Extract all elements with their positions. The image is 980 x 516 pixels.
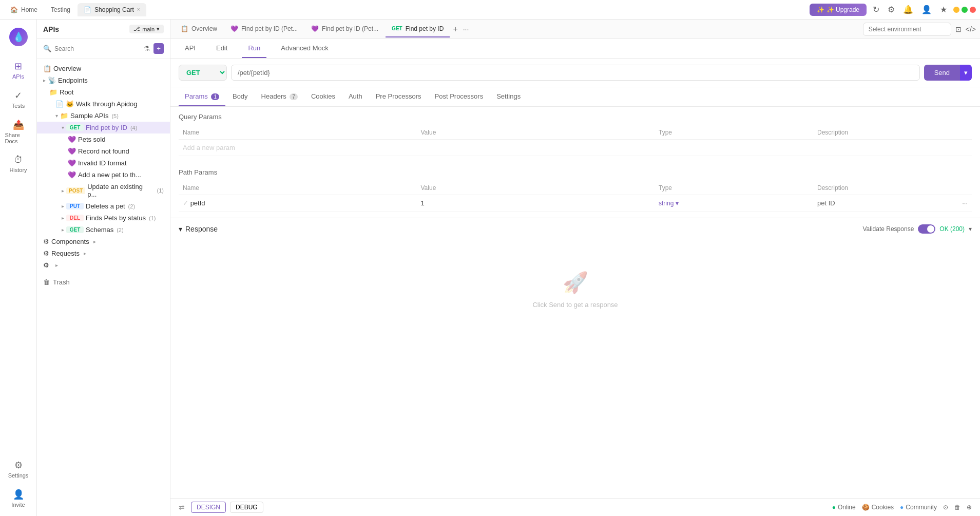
notifications-button[interactable]: 🔔 [901, 3, 915, 16]
cookies-icon: 🍪 [862, 504, 870, 511]
tree-item-sample-apis[interactable]: ▾ 📁 Sample APIs (5) [37, 110, 170, 122]
tree-item-find-pet[interactable]: ▾ GET Find pet by ID (4) [37, 122, 170, 133]
sidebar-item-settings[interactable]: ⚙ Settings [3, 455, 34, 483]
walk-label: Walk through Apidog [76, 100, 137, 108]
send-dropdown-button[interactable]: ▾ [960, 65, 972, 81]
row-more-btn[interactable]: ··· [962, 199, 968, 207]
minimize-button[interactable] [953, 7, 959, 13]
api-tab-run[interactable]: Run [242, 39, 266, 58]
tab-testing[interactable]: Testing [45, 3, 76, 16]
path-param-value-cell[interactable]: 1 [417, 195, 655, 212]
content-tab-find-pet-2[interactable]: 💜 Find pet by ID (Pet... [305, 21, 385, 37]
sidebar-item-history[interactable]: ⏱ History [3, 150, 34, 177]
tree-item-delete-pet[interactable]: ▸ DEL Finds Pets by status (1) [37, 212, 170, 224]
response-actions: Validate Response OK (200) ▾ [862, 224, 972, 234]
upgrade-button[interactable]: ✨ ✨ Upgrade [810, 4, 867, 16]
tab-auth[interactable]: Auth [342, 87, 369, 106]
find-pet-2-label: Find pet by ID (Pet... [322, 25, 378, 32]
design-button[interactable]: DESIGN [191, 502, 226, 513]
tree-item-requests[interactable]: ⚙ ▸ [37, 259, 170, 271]
method-select[interactable]: GET POST PUT DELETE [179, 65, 227, 81]
cookies-label: Cookies [872, 504, 894, 511]
update-pet-method: PUT [66, 203, 84, 209]
tab-pre-processors[interactable]: Pre Processors [370, 87, 428, 106]
tree-item-pets-on-sale[interactable]: 💜 Pets sold [37, 133, 170, 145]
branch-selector[interactable]: ⎇ main ▾ [129, 25, 164, 33]
trash-item[interactable]: 🗑 Trash [37, 275, 170, 289]
home-icon: 🏠 [10, 6, 18, 13]
content-tab-find-pet-1[interactable]: 💜 Find pet by ID (Pet... [224, 21, 304, 37]
more-tabs-button[interactable]: ··· [461, 25, 471, 33]
tab-post-processors[interactable]: Post Processors [429, 87, 490, 106]
tab-close-btn[interactable]: × [137, 7, 140, 12]
code-toggle-button[interactable]: </> [966, 25, 976, 33]
sidebar-item-invite[interactable]: 👤 Invite [3, 485, 34, 512]
tree-item-root[interactable]: 📁 Root [37, 86, 170, 98]
add-param-placeholder[interactable]: Add a new param [179, 140, 972, 156]
validate-toggle[interactable] [918, 224, 935, 234]
sidebar-item-tests[interactable]: ✓ Tests [3, 86, 34, 113]
close-button[interactable] [970, 7, 976, 13]
tab-home[interactable]: 🏠 Home [4, 3, 44, 16]
invite-icon: 👤 [13, 489, 24, 500]
content-tab-find-pet-active[interactable]: GET Find pet by ID [386, 21, 450, 37]
tree-item-record-not-found[interactable]: 💜 Invalid ID format [37, 157, 170, 169]
endpoints-icon: 📡 [48, 77, 56, 84]
avatar-button[interactable]: 👤 [919, 3, 934, 16]
tree-area: 📋 Overview ▸ 📡 Endpoints 📁 Root 📄 � [37, 59, 170, 516]
star-button[interactable]: ★ [938, 3, 949, 16]
tree-item-add-pet[interactable]: ▸ POST Update an existing p... (1) [37, 181, 170, 200]
tab-settings[interactable]: Settings [490, 87, 527, 106]
path-params-title: Path Params [179, 168, 972, 176]
param-petid-type[interactable]: string ▾ [659, 200, 809, 207]
tree-item-walk-through[interactable]: 📄 🐱 Walk through Apidog [37, 98, 170, 110]
api-tab-advanced-mock[interactable]: Advanced Mock [275, 39, 335, 58]
tab-headers[interactable]: Headers 7 [255, 87, 304, 106]
send-button[interactable]: Send [924, 65, 960, 81]
tab-cookies[interactable]: Cookies [305, 87, 341, 106]
tree-item-pets-sold[interactable]: 💜 Record not found [37, 145, 170, 157]
delete-pet-count: (1) [149, 215, 156, 221]
maximize-button[interactable] [962, 7, 968, 13]
api-tab-edit[interactable]: Edit [210, 39, 234, 58]
env-select-input[interactable] [863, 23, 951, 36]
url-input[interactable] [231, 65, 920, 81]
tree-item-update-pet[interactable]: ▸ PUT Deletes a pet (2) [37, 200, 170, 212]
cookies-status[interactable]: 🍪 Cookies [862, 504, 894, 511]
bottom-icon-3[interactable]: ⊕ [967, 504, 972, 511]
content-tab-overview[interactable]: 📋 Overview [175, 21, 223, 37]
add-button[interactable]: + [153, 43, 164, 54]
tab-body[interactable]: Body [226, 87, 254, 106]
api-tab-api[interactable]: API [179, 39, 202, 58]
tree-item-overview[interactable]: 📋 Overview [37, 63, 170, 74]
walk-doc-icon: 📄 [55, 100, 64, 108]
response-title[interactable]: ▾ Response [179, 225, 218, 233]
headers-badge: 7 [290, 93, 298, 100]
debug-button[interactable]: DEBUG [230, 502, 263, 513]
pets-sold-icon: 💜 [68, 147, 76, 155]
tree-item-components[interactable]: ⚙ Requests ▸ [37, 247, 170, 259]
tab-params[interactable]: Params 1 [179, 87, 225, 106]
tree-item-finds-pets[interactable]: ▸ GET Schemas (2) [37, 224, 170, 236]
layout-toggle-button[interactable]: ⊡ [955, 25, 962, 33]
community-status[interactable]: ● Community [900, 504, 937, 511]
tree-item-invalid-id[interactable]: 💜 Add a new pet to th... [37, 169, 170, 181]
refresh-button[interactable]: ↻ [871, 3, 881, 16]
bottom-icon-2[interactable]: 🗑 [954, 504, 960, 511]
walk-emoji: 🐱 [66, 100, 74, 108]
settings-button[interactable]: ⚙ [886, 3, 897, 16]
tree-item-endpoints[interactable]: ▸ 📡 Endpoints [37, 74, 170, 86]
sidebar-item-apis[interactable]: ⊞ APIs [3, 56, 34, 84]
bottom-icon-1[interactable]: ⊙ [943, 504, 948, 511]
title-bar-actions: ✨ ✨ Upgrade ↻ ⚙ 🔔 👤 ★ [810, 3, 976, 16]
search-input[interactable] [54, 45, 139, 52]
sidebar-tests-label: Tests [12, 103, 25, 109]
add-tab-button[interactable]: + [451, 25, 459, 34]
sidebar-item-share-docs[interactable]: 📤 Share Docs [3, 115, 34, 148]
tree-item-schemas[interactable]: ⚙ Components ▸ [37, 236, 170, 247]
logo[interactable]: 💧 [3, 24, 34, 50]
col-name-q: Name [179, 126, 417, 140]
tab-shopping-cart[interactable]: 📄 Shopping Cart × [78, 3, 146, 16]
sidebar-toggle-icon[interactable]: ⇄ [179, 503, 185, 511]
filter-button[interactable]: ⚗ [142, 43, 151, 54]
